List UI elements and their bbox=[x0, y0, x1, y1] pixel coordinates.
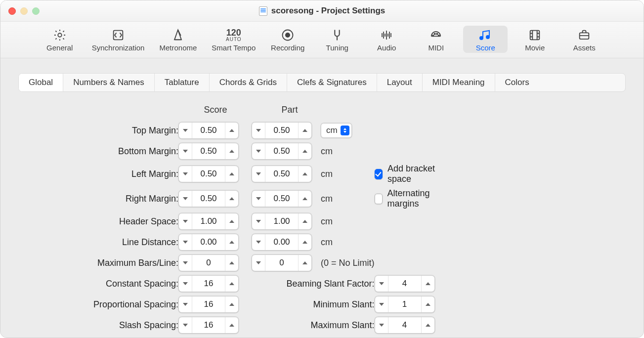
stepper-value[interactable]: 0.50 bbox=[192, 126, 225, 135]
tab-tuning[interactable]: Tuning bbox=[315, 26, 359, 53]
stepper-value[interactable]: 0 bbox=[192, 258, 225, 268]
stepper-value[interactable]: 4 bbox=[388, 279, 421, 289]
subtab-numbers-names[interactable]: Numbers & Names bbox=[63, 74, 155, 91]
tab-score[interactable]: Score bbox=[463, 26, 508, 53]
tab-synchronization[interactable]: Synchronization bbox=[87, 26, 150, 53]
stepper-value[interactable]: 0 bbox=[265, 258, 298, 268]
stepper-decrement[interactable] bbox=[375, 296, 388, 312]
stepper-decrement[interactable] bbox=[179, 123, 192, 138]
stepper-decrement[interactable] bbox=[179, 213, 192, 229]
stepper-decrement[interactable] bbox=[375, 317, 388, 333]
stepper-increment[interactable] bbox=[421, 296, 434, 312]
stepper-decrement[interactable] bbox=[179, 255, 192, 271]
beaming-slant-stepper[interactable]: 4 bbox=[375, 275, 435, 292]
stepper-value[interactable]: 1.00 bbox=[192, 216, 225, 226]
bottom-margin-part-stepper[interactable]: 0.50 bbox=[252, 143, 312, 160]
subtab-colors[interactable]: Colors bbox=[495, 74, 539, 91]
alternating-margins-checkbox[interactable]: Alternating margins bbox=[375, 188, 444, 209]
stepper-decrement[interactable] bbox=[252, 213, 265, 229]
tab-assets[interactable]: Assets bbox=[562, 26, 606, 53]
stepper-increment[interactable] bbox=[225, 143, 238, 159]
header-space-part-stepper[interactable]: 1.00 bbox=[252, 213, 312, 230]
subtab-layout[interactable]: Layout bbox=[377, 74, 423, 91]
stepper-increment[interactable] bbox=[225, 296, 238, 312]
line-distance-score-stepper[interactable]: 0.00 bbox=[178, 234, 239, 251]
stepper-increment[interactable] bbox=[298, 213, 311, 229]
stepper-value[interactable]: 0.50 bbox=[192, 169, 225, 179]
stepper-decrement[interactable] bbox=[375, 276, 388, 292]
stepper-value[interactable]: 0.50 bbox=[265, 146, 298, 156]
subtab-clefs-signatures[interactable]: Clefs & Signatures bbox=[287, 74, 377, 91]
proportional-spacing-stepper[interactable]: 16 bbox=[178, 296, 239, 313]
tab-movie[interactable]: Movie bbox=[513, 26, 557, 53]
stepper-increment[interactable] bbox=[225, 191, 238, 207]
max-bars-part-stepper[interactable]: 0 bbox=[252, 254, 312, 271]
stepper-increment[interactable] bbox=[225, 234, 238, 250]
stepper-decrement[interactable] bbox=[179, 296, 192, 312]
slash-spacing-stepper[interactable]: 16 bbox=[178, 317, 239, 334]
left-margin-part-stepper[interactable]: 0.50 bbox=[252, 166, 312, 182]
stepper-value[interactable]: 0.50 bbox=[265, 126, 298, 135]
stepper-increment[interactable] bbox=[421, 276, 434, 292]
stepper-value[interactable]: 1 bbox=[388, 299, 421, 309]
stepper-value[interactable]: 0.50 bbox=[265, 169, 298, 179]
stepper-increment[interactable] bbox=[298, 123, 311, 138]
subtab-chords-grids[interactable]: Chords & Grids bbox=[210, 74, 287, 91]
stepper-increment[interactable] bbox=[225, 123, 238, 138]
stepper-value[interactable]: 0.50 bbox=[192, 194, 225, 204]
right-margin-part-stepper[interactable]: 0.50 bbox=[252, 190, 312, 207]
stepper-increment[interactable] bbox=[225, 276, 238, 292]
stepper-increment[interactable] bbox=[225, 166, 238, 182]
stepper-value[interactable]: 1.00 bbox=[265, 216, 298, 226]
minimum-slant-stepper[interactable]: 1 bbox=[375, 296, 435, 313]
stepper-decrement[interactable] bbox=[179, 234, 192, 250]
bottom-margin-score-stepper[interactable]: 0.50 bbox=[178, 143, 239, 160]
top-margin-part-stepper[interactable]: 0.50 bbox=[252, 122, 312, 139]
stepper-increment[interactable] bbox=[225, 317, 238, 333]
stepper-decrement[interactable] bbox=[252, 123, 265, 138]
header-space-score-stepper[interactable]: 1.00 bbox=[178, 213, 239, 230]
top-margin-score-stepper[interactable]: 0.50 bbox=[178, 122, 239, 139]
add-bracket-space-checkbox[interactable]: Add bracket space bbox=[375, 164, 444, 184]
line-distance-part-stepper[interactable]: 0.00 bbox=[252, 234, 312, 251]
stepper-increment[interactable] bbox=[421, 317, 434, 333]
stepper-decrement[interactable] bbox=[179, 143, 192, 159]
max-bars-score-stepper[interactable]: 0 bbox=[178, 254, 239, 271]
stepper-increment[interactable] bbox=[298, 143, 311, 159]
tab-midi[interactable]: MIDI bbox=[414, 26, 458, 53]
stepper-value[interactable]: 0.50 bbox=[265, 194, 298, 204]
subtab-midi-meaning[interactable]: MIDI Meaning bbox=[423, 74, 495, 91]
stepper-increment[interactable] bbox=[298, 234, 311, 250]
stepper-value[interactable]: 0.00 bbox=[265, 237, 298, 247]
tab-general[interactable]: General bbox=[38, 26, 82, 53]
stepper-value[interactable]: 0.00 bbox=[192, 237, 225, 247]
stepper-increment[interactable] bbox=[225, 255, 238, 271]
stepper-increment[interactable] bbox=[298, 191, 311, 207]
constant-spacing-stepper[interactable]: 16 bbox=[178, 275, 239, 292]
stepper-decrement[interactable] bbox=[179, 276, 192, 292]
stepper-decrement[interactable] bbox=[252, 234, 265, 250]
tab-audio[interactable]: Audio bbox=[364, 26, 409, 53]
stepper-value[interactable]: 0.50 bbox=[192, 146, 225, 156]
stepper-decrement[interactable] bbox=[179, 166, 192, 182]
subtab-tablature[interactable]: Tablature bbox=[155, 74, 210, 91]
stepper-increment[interactable] bbox=[225, 213, 238, 229]
tab-metronome[interactable]: Metronome bbox=[154, 26, 202, 53]
stepper-value[interactable]: 16 bbox=[192, 299, 225, 309]
left-margin-score-stepper[interactable]: 0.50 bbox=[178, 166, 239, 182]
stepper-decrement[interactable] bbox=[179, 191, 192, 207]
right-margin-score-stepper[interactable]: 0.50 bbox=[178, 190, 239, 207]
stepper-decrement[interactable] bbox=[179, 317, 192, 333]
stepper-decrement[interactable] bbox=[252, 255, 265, 271]
stepper-increment[interactable] bbox=[298, 166, 311, 182]
tab-recording[interactable]: Recording bbox=[265, 26, 310, 53]
stepper-decrement[interactable] bbox=[252, 143, 265, 159]
tab-smart-tempo[interactable]: 120 AUTO Smart Tempo bbox=[207, 26, 260, 53]
stepper-value[interactable]: 16 bbox=[192, 279, 225, 289]
stepper-decrement[interactable] bbox=[252, 166, 265, 182]
stepper-increment[interactable] bbox=[298, 255, 311, 271]
subtab-global[interactable]: Global bbox=[19, 74, 63, 91]
unit-popup[interactable]: cm bbox=[321, 123, 352, 138]
stepper-decrement[interactable] bbox=[252, 191, 265, 207]
stepper-value[interactable]: 4 bbox=[388, 320, 421, 330]
